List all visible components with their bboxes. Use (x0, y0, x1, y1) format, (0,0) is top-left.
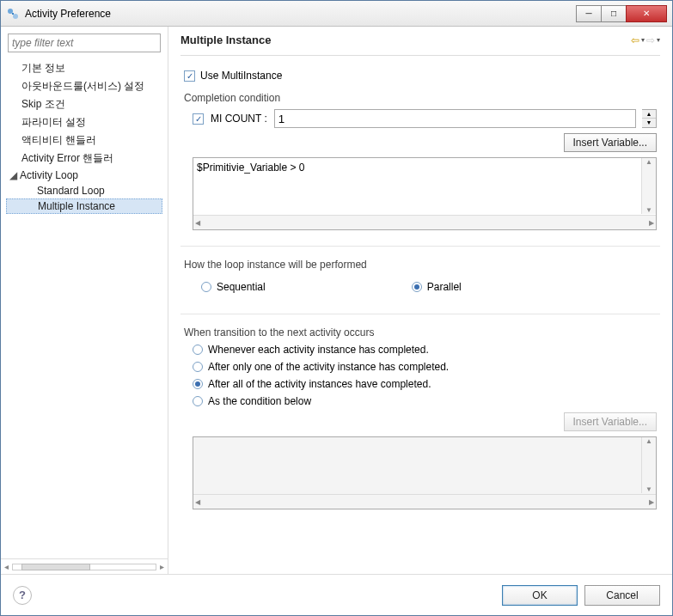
cancel-button[interactable]: Cancel (584, 585, 660, 606)
textarea-scrollbar-v[interactable]: ▲▼ (641, 158, 656, 214)
transition-group-label: When transition to the next activity occ… (184, 326, 657, 338)
tree-item-label: 파라미터 설정 (21, 116, 86, 128)
maximize-button[interactable]: □ (601, 5, 627, 22)
tree-item[interactable]: 파라미터 설정 (6, 113, 162, 131)
nav-back-icon[interactable]: ⇦ (631, 34, 639, 46)
completion-group-label: Completion condition (184, 92, 657, 104)
tree-item-multiple-instance[interactable]: Multiple Instance (6, 198, 162, 214)
tree-item-label: Activity Loop (20, 169, 78, 181)
sequential-label: Sequential (217, 281, 266, 293)
divider (180, 314, 660, 314)
perform-group-label: How the loop instance will be performed (184, 259, 657, 271)
nav-forward-menu-icon[interactable]: ▾ (657, 36, 660, 44)
textarea-scrollbar-v[interactable]: ▲▼ (641, 437, 656, 493)
svg-rect-2 (12, 13, 14, 15)
dialog-footer: ? OK Cancel (1, 574, 672, 615)
tree-item-label: Skip 조건 (21, 98, 65, 110)
tree-item[interactable]: Activity Error 핸들러 (6, 149, 162, 168)
tree-item-activity-loop[interactable]: ◢Activity Loop (6, 168, 162, 183)
tree-item[interactable]: Skip 조건 (6, 95, 162, 113)
sidebar: 기본 정보 아웃바운드룰(서비스) 설정 Skip 조건 파라미터 설정 액티비… (1, 27, 168, 574)
spinner-down-icon[interactable]: ▼ (642, 119, 656, 127)
textarea-scrollbar-h[interactable]: ◀▶ (193, 494, 656, 509)
titlebar: Activity Preference ─ □ ✕ (1, 1, 672, 27)
help-icon[interactable]: ? (13, 586, 32, 605)
mi-count-checkbox[interactable]: ✓ (193, 113, 204, 125)
transition-condition-container: ▲▼ ◀▶ (193, 436, 657, 509)
use-multiinstance-label: Use MultiInstance (200, 70, 282, 82)
tree-item[interactable]: 액티비티 핸들러 (6, 131, 162, 149)
transition-radio-3[interactable] (193, 396, 203, 406)
nav-back-menu-icon[interactable]: ▾ (641, 36, 645, 44)
tree-item-label: Activity Error 핸들러 (21, 152, 113, 164)
window-title: Activity Preference (25, 8, 111, 20)
tree-item-label: 액티비티 핸들러 (21, 134, 96, 146)
transition-radio-2[interactable] (193, 379, 203, 389)
transition-option-label: As the condition below (208, 395, 311, 407)
tree-item[interactable]: 기본 정보 (6, 59, 162, 77)
insert-variable-button[interactable]: Insert Variable... (564, 133, 657, 152)
page-title: Multiple Instance (180, 34, 271, 46)
spinner-up-icon[interactable]: ▲ (642, 110, 656, 119)
app-icon (6, 7, 20, 21)
tree-item[interactable]: 아웃바운드룰(서비스) 설정 (6, 77, 162, 95)
textarea-scrollbar-h[interactable]: ◀▶ (193, 215, 656, 229)
sidebar-scrollbar[interactable]: ◂▸ (1, 558, 168, 574)
transition-option-label: Whenever each activity instance has comp… (208, 344, 429, 356)
mi-count-label: MI COUNT : (211, 113, 267, 125)
tree-item-label: Standard Loop (37, 185, 105, 197)
divider (180, 246, 660, 247)
mi-count-input[interactable] (274, 109, 636, 128)
tree-item-label: 기본 정보 (21, 62, 65, 74)
transition-radio-0[interactable] (193, 345, 203, 355)
transition-option-label: After only one of the activity instance … (208, 361, 449, 373)
completion-condition-container: ▲▼ ◀▶ (193, 157, 657, 230)
parallel-label: Parallel (427, 281, 462, 293)
minimize-button[interactable]: ─ (576, 5, 602, 22)
tree-item-standard-loop[interactable]: Standard Loop (6, 183, 162, 198)
filter-input[interactable] (8, 34, 161, 52)
tree-item-label: Multiple Instance (38, 200, 115, 212)
parallel-radio[interactable] (412, 282, 422, 292)
close-button[interactable]: ✕ (626, 5, 667, 22)
preference-tree: 기본 정보 아웃바운드룰(서비스) 설정 Skip 조건 파라미터 설정 액티비… (1, 59, 168, 558)
main-panel: Multiple Instance ⇦ ▾ ⇨ ▾ ✓ Use MultiIns… (168, 27, 672, 574)
ok-button[interactable]: OK (502, 585, 578, 606)
tree-item-label: 아웃바운드룰(서비스) 설정 (21, 80, 144, 92)
transition-option-label: After all of the activity instances have… (208, 378, 431, 390)
sequential-radio[interactable] (201, 282, 211, 292)
nav-forward-icon[interactable]: ⇨ (646, 34, 655, 46)
use-multiinstance-checkbox[interactable]: ✓ (184, 70, 195, 82)
insert-variable-button-disabled: Insert Variable... (564, 412, 657, 431)
expand-icon[interactable]: ◢ (9, 169, 20, 181)
transition-radio-1[interactable] (193, 362, 203, 372)
